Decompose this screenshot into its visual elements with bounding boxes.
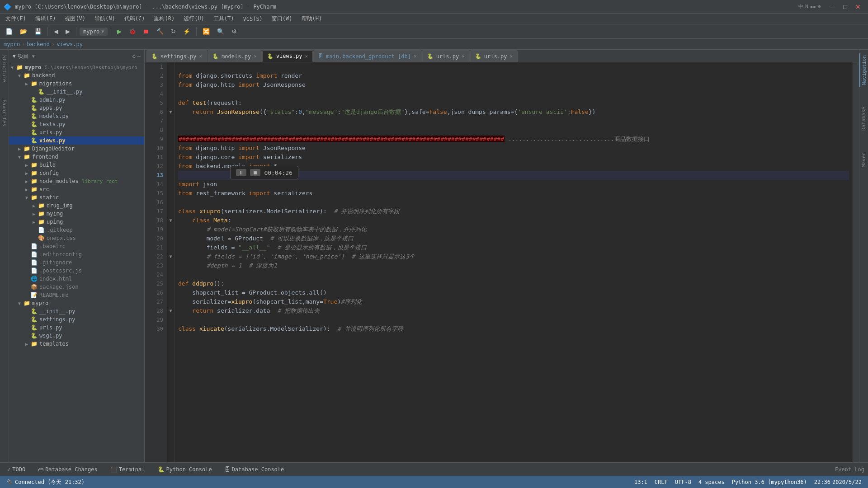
tree-index-html[interactable]: 🌐 index.html bbox=[9, 275, 144, 283]
fold-6[interactable]: ▼ bbox=[167, 108, 174, 117]
tab-urls1[interactable]: 🐍 urls.py ✕ bbox=[422, 50, 470, 62]
breadcrumb-mypro[interactable]: mypro bbox=[4, 41, 20, 47]
rec-stop-btn[interactable]: ⏹ bbox=[250, 169, 260, 176]
build-btn[interactable]: 🔨 bbox=[154, 27, 166, 36]
tree-gitkeep[interactable]: 📄 .gitkeep bbox=[9, 226, 144, 234]
menu-item-vcss[interactable]: VCS(S) bbox=[240, 15, 266, 23]
terminal-tab[interactable]: ⬛ Terminal bbox=[107, 465, 149, 474]
menu-item-e[interactable]: 编辑(E) bbox=[32, 14, 60, 23]
status-connection[interactable]: 🔌 Connected (今天 21:32) bbox=[4, 479, 87, 486]
menu-item-u[interactable]: 运行(U) bbox=[180, 14, 208, 23]
menu-item-n[interactable]: 导航(N) bbox=[91, 14, 119, 23]
tree-admin[interactable]: 🐍 admin.py bbox=[9, 96, 144, 104]
tree-readme[interactable]: 📝 README.md bbox=[9, 291, 144, 299]
tab-urls2-close[interactable]: ✕ bbox=[509, 53, 513, 59]
menu-item-t[interactable]: 工具(T) bbox=[210, 14, 238, 23]
db-console-tab[interactable]: 🗄 Database Console bbox=[221, 465, 288, 474]
code-editor[interactable]: 1 2 3 4 5 6 7 8 9 10 11 12 13 14 15 16 1 bbox=[145, 62, 859, 462]
menu-item-h[interactable]: 帮助(H) bbox=[298, 14, 326, 23]
tab-models[interactable]: 🐍 models.py ✕ bbox=[208, 50, 262, 62]
tree-node-modules[interactable]: ▶ 📁 node_modules library root bbox=[9, 177, 144, 185]
tree-build[interactable]: ▶ 📁 build bbox=[9, 161, 144, 169]
tree-views[interactable]: 🐍 views.py bbox=[9, 136, 144, 145]
fold-22[interactable]: ▼ bbox=[167, 252, 174, 261]
fold-28[interactable]: ▼ bbox=[167, 306, 174, 315]
status-line-ending[interactable]: CRLF bbox=[652, 479, 670, 485]
status-encoding[interactable]: UTF-8 bbox=[672, 479, 694, 485]
menu-item-w[interactable]: 窗口(W) bbox=[268, 14, 296, 23]
back-btn[interactable]: ◀ bbox=[51, 27, 61, 36]
stop-btn[interactable]: ⏹ bbox=[141, 27, 152, 36]
reload-btn[interactable]: ↻ bbox=[168, 27, 179, 36]
breadcrumb-backend[interactable]: backend bbox=[27, 41, 50, 47]
status-python[interactable]: Python 3.6 (mypython36) bbox=[729, 479, 810, 485]
tab-urls2[interactable]: 🐍 urls.py ✕ bbox=[470, 50, 518, 62]
tree-gitignore[interactable]: 📄 .gitignore bbox=[9, 258, 144, 267]
tree-init-mypro[interactable]: 🐍 __init__.py bbox=[9, 307, 144, 315]
breadcrumb-views[interactable]: views.py bbox=[57, 41, 83, 47]
db-changes-tab[interactable]: 🗃 Database Changes bbox=[34, 465, 101, 474]
save-btn[interactable]: 💾 bbox=[32, 27, 44, 36]
tree-src[interactable]: ▶ 📁 src bbox=[9, 185, 144, 193]
run-btn[interactable]: ▶ bbox=[114, 27, 124, 36]
status-position[interactable]: 13:1 bbox=[632, 479, 650, 485]
settings-btn[interactable]: ⚙ bbox=[229, 27, 240, 36]
tree-root[interactable]: ▼ 📁 mypro C:\Users\lenovo\Desktop\b\mypr… bbox=[9, 63, 144, 71]
tree-templates[interactable]: ▶ 📁 templates bbox=[9, 340, 144, 348]
fold-18[interactable]: ▼ bbox=[167, 216, 174, 225]
project-selector[interactable]: mypro ▼ bbox=[80, 28, 108, 36]
debug-btn[interactable]: 🐞 bbox=[126, 27, 139, 36]
tab-models-close[interactable]: ✕ bbox=[254, 53, 257, 59]
forward-btn[interactable]: ▶ bbox=[63, 27, 73, 36]
menu-item-c[interactable]: 代码(C) bbox=[121, 14, 149, 23]
tree-postcssrc[interactable]: 📄 .postcssrc.js bbox=[9, 267, 144, 275]
window-maximize[interactable]: □ bbox=[840, 3, 851, 10]
tree-tests[interactable]: 🐍 tests.py bbox=[9, 120, 144, 128]
tree-drug-img[interactable]: ▶ 📁 drug_img bbox=[9, 202, 144, 210]
tree-models[interactable]: 🐍 models.py bbox=[9, 112, 144, 120]
tree-package-json[interactable]: 📦 package.json bbox=[9, 283, 144, 291]
tree-static[interactable]: ▼ 📁 static bbox=[9, 193, 144, 202]
sidebar-settings-icon[interactable]: ⚙ bbox=[132, 53, 136, 60]
rec-pause-btn[interactable]: ⏸ bbox=[236, 169, 246, 176]
tree-upimg[interactable]: ▶ 📁 upimg bbox=[9, 218, 144, 226]
menu-item-v[interactable]: 视图(V) bbox=[61, 14, 89, 23]
maven-vtab[interactable]: Maven bbox=[860, 150, 868, 169]
window-close[interactable]: ✕ bbox=[852, 3, 864, 10]
sidebar-close-icon[interactable]: ─ bbox=[137, 53, 141, 60]
tab-settings[interactable]: 🐍 settings.py ✕ bbox=[146, 50, 207, 62]
tree-frontend[interactable]: ▼ 📁 frontend bbox=[9, 153, 144, 161]
tree-mypro-folder[interactable]: ▼ 📁 mypro bbox=[9, 299, 144, 307]
search-btn[interactable]: 🔍 bbox=[214, 27, 227, 36]
navigation-tab[interactable]: Navigation bbox=[859, 53, 868, 87]
window-minimize[interactable]: ─ bbox=[827, 3, 839, 10]
tree-urls-mypro[interactable]: 🐍 urls.py bbox=[9, 324, 144, 332]
tree-wsgi[interactable]: 🐍 wsgi.py bbox=[9, 332, 144, 340]
database-vtab[interactable]: Database bbox=[860, 105, 868, 132]
new-file-btn[interactable]: 📄 bbox=[3, 27, 15, 36]
profile-btn[interactable]: ⚡ bbox=[180, 27, 193, 36]
tree-init-backend[interactable]: 🐍 __init__.py bbox=[9, 88, 144, 96]
tree-settings-mypro[interactable]: 🐍 settings.py bbox=[9, 315, 144, 324]
tab-db-close[interactable]: ✕ bbox=[414, 53, 417, 59]
menu-item-f[interactable]: 文件(F) bbox=[2, 14, 30, 23]
tree-django-ueditor[interactable]: ▶ 📁 DjangoUeditor bbox=[9, 145, 144, 153]
structure-tab[interactable]: Structure bbox=[0, 53, 8, 84]
tree-migrations[interactable]: ▶ 📁 migrations bbox=[9, 80, 144, 88]
tab-views[interactable]: 🐍 views.py ✕ bbox=[262, 50, 313, 62]
tree-backend[interactable]: ▼ 📁 backend bbox=[9, 71, 144, 80]
tab-urls1-close[interactable]: ✕ bbox=[462, 53, 465, 59]
todo-tab[interactable]: ✓ TODO bbox=[4, 465, 29, 474]
vcs-btn[interactable]: 🔀 bbox=[200, 27, 212, 36]
tree-myimg[interactable]: ▶ 📁 myimg bbox=[9, 210, 144, 218]
tree-urls-backend[interactable]: 🐍 urls.py bbox=[9, 128, 144, 136]
code-content[interactable]: from django.shortcuts import render from… bbox=[175, 62, 853, 462]
favorites-tab[interactable]: Favorites bbox=[0, 98, 8, 128]
tree-editorconfig[interactable]: 📄 .editorconfig bbox=[9, 250, 144, 258]
status-indent[interactable]: 4 spaces bbox=[696, 479, 727, 485]
tab-settings-close[interactable]: ✕ bbox=[199, 53, 202, 59]
menu-item-r[interactable]: 重构(R) bbox=[150, 14, 178, 23]
tree-onepx[interactable]: 🎨 onepx.css bbox=[9, 234, 144, 242]
tab-views-close[interactable]: ✕ bbox=[305, 53, 308, 59]
tree-apps[interactable]: 🐍 apps.py bbox=[9, 104, 144, 112]
